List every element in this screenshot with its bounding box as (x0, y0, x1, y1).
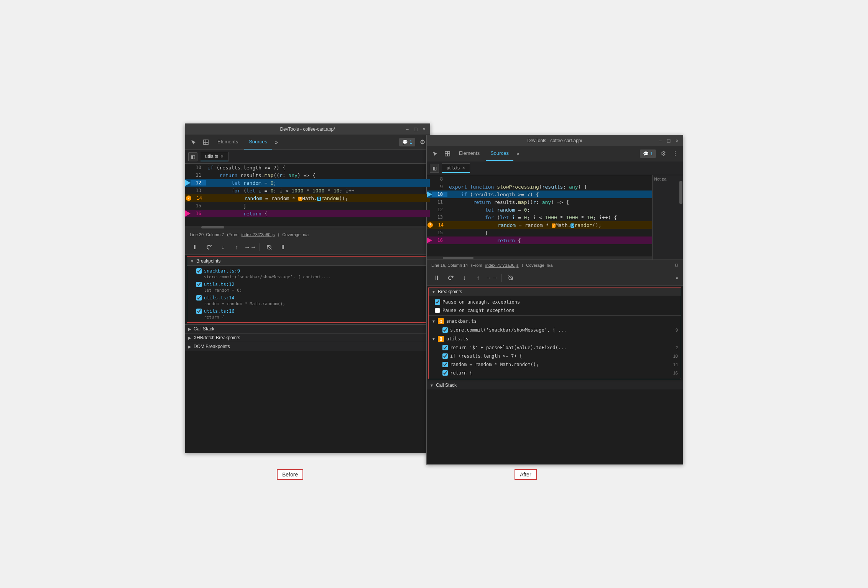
utils-bp-checkbox-14[interactable] (442, 362, 448, 367)
bp-checkbox-utils12[interactable] (196, 282, 202, 287)
utils-bp-item-14: random = random * Math.random(); 14 (429, 360, 681, 369)
restore-button-r[interactable]: □ (666, 138, 671, 143)
xhr-breakpoints-header[interactable]: ▶ XHR/fetch Breakpoints (185, 333, 430, 342)
right-bp-title: Breakpoints (438, 289, 462, 294)
call-stack-header[interactable]: ▶ Call Stack (185, 324, 430, 333)
minimize-button[interactable]: − (404, 126, 410, 132)
deactivate-button[interactable] (264, 242, 275, 253)
right-breakpoints-header[interactable]: ▼ Breakpoints (429, 287, 681, 296)
right-toolbar-more[interactable]: » (676, 275, 678, 281)
svg-line-12 (508, 276, 513, 280)
step-into-button[interactable]: ↓ (217, 242, 228, 253)
right-file-tab-utils[interactable]: utils.ts × (442, 163, 470, 173)
utils-bp-checkbox-10[interactable] (442, 353, 448, 359)
bp-name-utils12: utils.ts:12 (204, 282, 234, 287)
utils-bp-line-14: 14 (673, 362, 678, 367)
utils-bp-code-2: return '$' + parseFloat(value).toFixed(.… (450, 345, 673, 350)
snackbar-group-name: snackbar.ts (446, 319, 477, 324)
breakpoints-header[interactable]: ▼ Breakpoints (187, 257, 428, 266)
utils-bp-checkbox-16[interactable] (442, 370, 448, 376)
right-cursor-icon[interactable] (430, 148, 441, 159)
more-tabs-chevron[interactable]: » (273, 138, 279, 147)
right-v-scrollbar[interactable] (679, 181, 682, 204)
right-title-bar: DevTools - coffee-cart.app/ − □ × (427, 135, 683, 146)
right-step-over-button[interactable] (445, 273, 456, 283)
continue-button[interactable]: →→ (245, 242, 256, 253)
pause-caught-checkbox[interactable] (435, 308, 440, 313)
utils-bp-code-16: return { (450, 370, 671, 376)
code-line-13: 13 for (let i = 0; i < 1000 * 1000 * 10;… (185, 187, 430, 194)
left-status-bar: Line 20, Column 7 (From index-73f73a80.j… (185, 229, 430, 240)
console-badge-button[interactable]: 💬 1 (399, 138, 415, 146)
source-file-link[interactable]: index-73f73a80.js (242, 232, 275, 237)
pause-button[interactable]: ⏸ (190, 242, 201, 253)
file-tab-close[interactable]: × (220, 154, 224, 159)
call-stack-arrow: ▶ (188, 327, 191, 331)
right-call-stack-header[interactable]: ▼ Call Stack (427, 381, 683, 389)
toolbar-divider (260, 243, 260, 251)
utils-bp-item-16: return { 16 (429, 369, 681, 377)
snackbar-group-header[interactable]: ▼ {} snackbar.ts (429, 317, 681, 326)
utils-bp-checkbox-2[interactable] (442, 345, 448, 350)
step-out-button[interactable]: ↑ (231, 242, 242, 253)
layers-icon[interactable] (201, 137, 211, 148)
minimize-button-r[interactable]: − (658, 138, 663, 143)
breakpoints-panel: ▼ Breakpoints snackbar.ts:9 store.commit… (187, 256, 428, 323)
tab-elements[interactable]: Elements (213, 135, 243, 149)
close-button[interactable]: × (421, 126, 427, 132)
settings-button[interactable]: ⚙ (418, 137, 427, 147)
right-more-button[interactable]: ⋮ (671, 148, 680, 159)
bp-checkbox-snackbar[interactable] (196, 268, 202, 274)
close-button-r[interactable]: × (674, 138, 680, 143)
snackbar-bp-checkbox[interactable] (442, 327, 448, 333)
right-code-line-10: 10 if (results.length >= 7) { (427, 191, 652, 198)
right-status-bar: Line 16, Column 14 (From index-73f73a80.… (427, 260, 683, 270)
right-sidebar-toggle[interactable]: ◧ (430, 164, 439, 173)
bp-checkbox-utils14[interactable] (196, 295, 202, 301)
right-console-badge[interactable]: 💬 1 (640, 149, 656, 158)
utils-group-header[interactable]: ▼ {} utils.ts (429, 334, 681, 343)
right-panel-toggle[interactable]: ⊟ (675, 263, 678, 268)
bp-code-utils12: let random = 0; (204, 288, 422, 293)
right-more-tabs[interactable]: » (515, 149, 521, 158)
right-file-tab-close[interactable]: × (462, 165, 465, 171)
right-h-scrollbar[interactable] (427, 256, 652, 260)
svg-rect-8 (447, 154, 450, 156)
right-source-link[interactable]: index-73f73a80.js (485, 263, 519, 268)
pause-exceptions-button[interactable]: ⏸ (278, 242, 288, 253)
right-code-line-12: 12 let random = 0; (427, 206, 652, 214)
step-over-button[interactable] (204, 242, 214, 253)
scroll-thumb-h (201, 226, 224, 228)
utils-group-icon: {} (438, 336, 444, 342)
tab-bar-right: 💬 1 ⚙ (399, 137, 427, 147)
right-tab-bar: Elements Sources » 💬 1 ⚙ ⋮ (427, 146, 683, 161)
horizontal-scrollbar[interactable] (185, 226, 430, 229)
right-step-out-button[interactable]: ↑ (473, 273, 483, 283)
right-code-line-11: 11 return results.map((r: any) => { (427, 198, 652, 206)
sidebar-toggle-button[interactable]: ◧ (188, 152, 197, 161)
right-tab-elements[interactable]: Elements (454, 146, 484, 161)
pause-uncaught-checkbox[interactable] (435, 299, 440, 305)
right-layers-icon[interactable] (442, 148, 453, 159)
right-breakpoints-panel: ▼ Breakpoints Pause on uncaught exceptio… (428, 287, 681, 379)
restore-button[interactable]: □ (413, 126, 418, 132)
xhr-arrow: ▶ (188, 336, 191, 340)
right-tab-sources[interactable]: Sources (486, 146, 513, 161)
tab-sources[interactable]: Sources (244, 135, 272, 149)
right-settings-button[interactable]: ⚙ (659, 148, 667, 159)
right-deactivate-button[interactable] (505, 273, 516, 283)
left-devtools-panel: DevTools - coffee-cart.app/ − □ × Elemen… (185, 123, 430, 453)
right-side-panel: Not pa (652, 175, 683, 260)
bp-checkbox-utils16[interactable] (196, 309, 202, 314)
file-tab-utils[interactable]: utils.ts × (201, 152, 229, 161)
right-panels-section: ▼ Breakpoints Pause on uncaught exceptio… (427, 286, 683, 464)
right-scroll-thumb-h (443, 257, 473, 259)
right-code-line-13: 13 for (let i = 0; i < 1000 * 1000 * 10;… (427, 214, 652, 221)
window-controls-right: − □ × (658, 138, 680, 143)
right-pause-button[interactable]: ⏸ (431, 273, 442, 283)
bp-item-utils14: utils.ts:14 random = random * Math.rando… (187, 294, 428, 307)
right-continue-button[interactable]: →→ (487, 273, 497, 283)
dom-breakpoints-header[interactable]: ▶ DOM Breakpoints (185, 342, 430, 351)
cursor-icon[interactable] (188, 137, 199, 148)
right-step-into-button[interactable]: ↓ (459, 273, 470, 283)
